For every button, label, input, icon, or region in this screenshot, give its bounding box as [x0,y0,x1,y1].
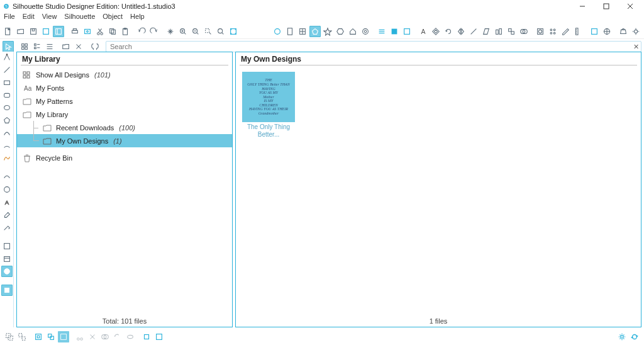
menu-edit[interactable]: Edit [23,13,35,23]
fill-color-icon[interactable] [389,26,400,37]
settings-icon[interactable] [616,331,628,342]
cut-bottom-icon[interactable] [74,331,86,342]
pentagon-icon[interactable] [309,26,321,37]
ungroup-icon[interactable] [16,331,28,342]
library-view-icon[interactable] [1,253,13,264]
target-icon[interactable] [360,26,371,37]
pixscan-icon[interactable] [589,26,600,37]
menu-help[interactable]: Help [130,13,145,23]
line-color-icon[interactable] [401,26,413,37]
tree-my-patterns[interactable]: My Patterns [17,94,232,108]
replicate-icon[interactable] [506,26,517,37]
sketch-icon[interactable] [560,26,571,37]
minimize-button[interactable] [576,1,589,11]
view-large-icon[interactable] [19,41,30,52]
rhinestone-icon[interactable] [547,26,558,37]
modify-icon[interactable] [518,26,530,37]
layers-small-icon[interactable] [141,331,152,342]
close-button[interactable] [624,1,636,11]
offset-icon[interactable] [430,26,441,37]
zoom-drag-icon[interactable] [215,26,226,37]
group-icon[interactable] [4,331,15,342]
new-file-icon[interactable] [3,26,14,37]
store-view-icon[interactable] [1,266,13,277]
mirror-icon[interactable] [455,26,467,37]
star-outline-icon[interactable] [322,26,333,37]
line-tool-icon[interactable] [1,64,13,76]
home-shape-icon[interactable] [347,26,358,37]
text-tool-icon[interactable]: A [1,196,13,208]
registration-icon[interactable] [601,26,613,37]
redo-icon[interactable] [148,26,160,37]
new-folder-icon[interactable] [60,41,72,52]
maximize-button[interactable] [600,1,613,11]
tree-my-library[interactable]: My Library [17,108,232,121]
tree-recycle-bin[interactable]: Recycle Bin [17,151,232,164]
eraser-tool-icon[interactable] [1,209,13,220]
paste-icon[interactable] [119,26,131,37]
polygon-tool-icon[interactable] [1,115,13,126]
send-to-silhouette-icon[interactable] [82,26,93,37]
save-icon[interactable] [28,26,39,37]
library-icon[interactable] [53,26,64,37]
freehand-tool-icon[interactable] [1,152,13,164]
menu-view[interactable]: View [42,13,57,23]
fit-page-icon[interactable] [228,26,239,37]
zoom-selection-icon[interactable] [203,26,214,37]
zoom-in-icon[interactable] [177,26,189,37]
cut-panel-icon[interactable] [40,26,52,37]
clear-search-icon[interactable]: ✕ [631,43,641,51]
search-input[interactable] [106,43,631,50]
grid-icon[interactable] [297,26,308,37]
send-view-icon[interactable] [1,285,13,296]
tree-show-all-designs[interactable]: Show All Designs (101) [17,68,232,81]
nesting-icon[interactable] [535,26,546,37]
menu-silhouette[interactable]: Silhouette [64,13,95,23]
text-style-icon[interactable]: A [418,26,429,37]
intersect-icon[interactable] [125,331,136,342]
tree-my-own-designs[interactable]: My Own Designs (1) [17,134,232,147]
line-style-icon[interactable] [376,26,387,37]
print-icon[interactable] [69,26,80,37]
subtract-icon[interactable] [112,331,123,342]
store-icon[interactable] [618,26,629,37]
rotate-icon[interactable] [443,26,454,37]
pan-icon[interactable] [165,26,176,37]
compound-path-icon[interactable] [33,331,44,342]
tree-my-fonts[interactable]: Aa My Fonts [17,81,232,94]
smooth-tool-icon[interactable] [1,171,13,183]
scale-icon[interactable] [468,26,479,37]
delete-bottom-icon[interactable] [87,331,98,342]
hexagon-icon[interactable] [335,26,346,37]
arc-tool-icon[interactable] [1,140,13,151]
preferences-icon[interactable] [630,26,641,37]
ruler-icon[interactable] [572,26,584,37]
circle-edit-icon[interactable] [1,184,13,195]
weld-icon[interactable] [99,331,111,342]
undo-icon[interactable] [136,26,147,37]
curve-tool-icon[interactable] [1,127,13,139]
open-file-icon[interactable] [15,26,26,37]
menu-file[interactable]: File [4,13,15,23]
page-settings-icon[interactable] [284,26,296,37]
zoom-out-icon[interactable] [190,26,201,37]
edit-points-icon[interactable] [1,52,13,63]
layers-large-icon[interactable] [153,331,165,342]
view-small-icon[interactable] [44,41,55,52]
knife-tool-icon[interactable] [1,222,13,233]
ellipse-tool-icon[interactable] [1,102,13,113]
design-thumbnail[interactable]: THE ONLY THING Better THAN HAVING YOU AS… [242,72,295,139]
filter-icon[interactable] [89,41,101,52]
design-view-icon[interactable] [1,240,13,252]
shear-icon[interactable] [480,26,492,37]
trace-icon[interactable] [272,26,283,37]
delete-icon[interactable] [73,41,84,52]
make-path-icon[interactable] [58,331,69,342]
rectangle-tool-icon[interactable] [1,77,13,88]
align-icon[interactable] [493,26,504,37]
menu-object[interactable]: Object [103,13,123,23]
rounded-rect-tool-icon[interactable] [1,89,13,101]
sync-icon[interactable] [629,331,640,342]
copy-icon[interactable] [107,26,118,37]
release-compound-icon[interactable] [45,331,57,342]
